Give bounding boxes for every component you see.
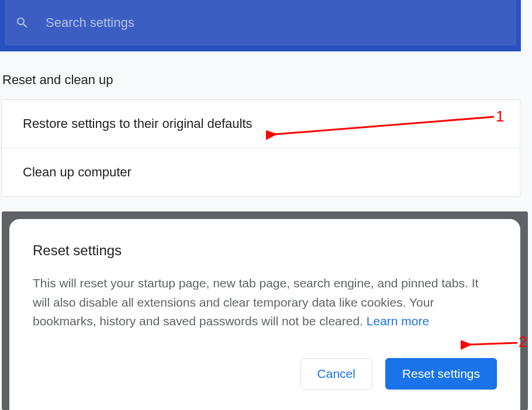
search-input[interactable]	[46, 15, 396, 30]
clean-up-computer-row[interactable]: Clean up computer	[2, 148, 520, 196]
search-icon	[15, 16, 29, 30]
search-bar[interactable]	[5, 0, 516, 46]
dialog-body: This will reset your startup page, new t…	[33, 274, 497, 331]
dialog-title: Reset settings	[33, 242, 497, 259]
reset-settings-dialog: Reset settings This will reset your star…	[9, 219, 520, 410]
learn-more-link[interactable]: Learn more	[367, 314, 429, 328]
cancel-button[interactable]: Cancel	[300, 358, 372, 390]
restore-defaults-row[interactable]: Restore settings to their original defau…	[2, 100, 520, 148]
annotation-label-2: 2	[519, 333, 527, 351]
dialog-buttons: Cancel Reset settings	[33, 358, 497, 390]
annotation-label-1: 1	[496, 107, 504, 126]
dialog-overlay: Reset settings This will reset your star…	[2, 211, 528, 410]
settings-card: Restore settings to their original defau…	[1, 99, 520, 197]
reset-settings-button[interactable]: Reset settings	[385, 358, 497, 390]
search-bar-container	[0, 0, 521, 51]
section-title: Reset and clean up	[0, 51, 532, 99]
